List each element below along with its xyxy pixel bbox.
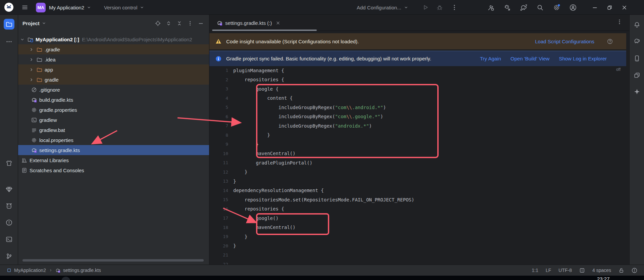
code-line-8[interactable]: 8 } (209, 131, 629, 140)
line-number: 14 (209, 188, 233, 193)
code-line-6[interactable]: 6 includeGroupByRegex("com\\.google.*") (209, 112, 629, 122)
code-line-21[interactable]: 21 (209, 250, 629, 260)
inspection-status-icon[interactable] (632, 268, 637, 273)
profiler-button[interactable] (502, 3, 512, 12)
breadcrumb-project[interactable]: MyApplication2 (14, 268, 46, 273)
chevron-right-icon[interactable] (29, 77, 34, 82)
running-devices-button[interactable] (632, 53, 642, 64)
debug-button[interactable] (435, 3, 444, 12)
tree-item-scratches-and-consoles[interactable]: Scratches and Consoles (18, 165, 209, 175)
collapse-all-button[interactable] (177, 20, 182, 26)
tree-item-myapplication2[interactable]: MyApplication2 [:]E:\Android\AndroidStud… (18, 34, 209, 44)
tree-item-gradle-properties[interactable]: gradle.properties (18, 105, 209, 115)
tree-item-app[interactable]: app (18, 64, 209, 75)
more-actions-button[interactable] (450, 3, 459, 12)
project-panel-title[interactable]: Project (22, 20, 40, 26)
minimize-button[interactable] (589, 0, 600, 15)
build-button[interactable] (486, 3, 495, 12)
help-icon[interactable] (607, 39, 613, 44)
tree-item-idea[interactable]: .idea (18, 54, 209, 64)
select-opened-file-button[interactable] (155, 20, 161, 26)
project-avatar[interactable]: MA (36, 3, 46, 12)
banner-action-try-again[interactable]: Try Again (480, 56, 501, 61)
tree-item-gradle[interactable]: .gradle (18, 44, 209, 54)
code-line-1[interactable]: 1pluginManagement { (209, 66, 629, 75)
tree-item-gitignore[interactable]: .gitignore (18, 85, 209, 95)
write-access-icon[interactable] (618, 268, 624, 273)
notifications-button[interactable] (632, 19, 642, 30)
project-tool-button[interactable] (4, 19, 14, 30)
code-line-17[interactable]: 17 google() (209, 214, 629, 223)
line-separator[interactable]: LF (546, 268, 551, 273)
tab-settings-gradle-kts[interactable]: K settings.gradle.kts (:) (213, 15, 284, 31)
main-menu-icon[interactable] (20, 3, 30, 12)
sync-project-button[interactable] (519, 3, 528, 12)
code-line-20[interactable]: 20} (209, 241, 629, 251)
gemini-button[interactable] (632, 86, 642, 97)
gradle-tool-button[interactable] (632, 36, 642, 46)
highlighting-widget[interactable]: off (616, 67, 621, 72)
hide-panel-button[interactable] (198, 20, 204, 26)
code-line-5[interactable]: 5 includeGroupByRegex("com\\.android.*") (209, 103, 629, 112)
code-line-10[interactable]: 10 mavenCentral() (209, 149, 629, 158)
tree-item-build-gradle-kts[interactable]: Kbuild.gradle.kts (18, 95, 209, 105)
code-line-19[interactable]: 19 } (209, 232, 629, 241)
line-number: 19 (209, 234, 233, 239)
chevron-right-icon[interactable] (29, 47, 34, 52)
account-button[interactable] (568, 3, 578, 12)
code-line-11[interactable]: 11 gradlePluginPortal() (209, 158, 629, 168)
code-line-13[interactable]: 13} (209, 177, 629, 186)
tab-options-icon[interactable] (616, 19, 623, 25)
tree-item-gradlew[interactable]: gradlew (18, 115, 209, 125)
panel-options-button[interactable] (187, 20, 193, 26)
chevron-down-icon[interactable] (20, 37, 25, 42)
banner-action-show-log-in-explorer[interactable]: Show Log in Explorer (559, 56, 607, 61)
device-explorer-button[interactable] (4, 158, 14, 169)
code-line-15[interactable]: 15 repositoriesMode.set(RepositoriesMode… (209, 195, 629, 204)
close-icon[interactable] (276, 21, 280, 25)
run-button[interactable] (421, 3, 430, 12)
code-line-16[interactable]: 16 repositories { (209, 204, 629, 214)
expand-all-button[interactable] (166, 20, 171, 26)
editor-notification-icon[interactable] (579, 268, 585, 273)
banner-action-load-script-configurations[interactable]: Load Script Configurations (535, 39, 594, 44)
search-everywhere-button[interactable] (535, 3, 545, 12)
breadcrumb-file[interactable]: settings.gradle.kts (63, 268, 101, 273)
banner-action-open-build-view[interactable]: Open 'Build' View (510, 56, 549, 61)
vcs-selector[interactable]: Version control (104, 0, 144, 15)
restore-button[interactable] (604, 0, 615, 15)
editor-banners: Code insight unavailable (Script Configu… (209, 31, 629, 66)
code-line-14[interactable]: 14dependencyResolutionManagement { (209, 186, 629, 195)
version-control-button[interactable] (4, 251, 14, 262)
settings-button[interactable] (552, 3, 561, 12)
code-editor[interactable]: 1pluginManagement {2 repositories {3 goo… (209, 66, 629, 265)
close-button[interactable] (619, 0, 630, 15)
project-selector[interactable]: My Application2 (49, 0, 91, 15)
file-encoding[interactable]: UTF-8 (558, 268, 572, 273)
tree-item-local-properties[interactable]: local.properties (18, 135, 209, 145)
tree-item-settings-gradle-kts[interactable]: Ksettings.gradle.kts (18, 145, 209, 155)
code-line-18[interactable]: 18 mavenCentral() (209, 223, 629, 232)
indent-setting[interactable]: 4 spaces (592, 268, 611, 273)
code-line-3[interactable]: 3 google { (209, 84, 629, 94)
code-line-2[interactable]: 2 repositories { (209, 75, 629, 85)
tree-item-external-libraries[interactable]: External Libraries (18, 155, 209, 165)
terminal-button[interactable] (4, 234, 14, 245)
more-tool-windows-button[interactable] (4, 36, 14, 47)
chevron-right-icon[interactable] (29, 67, 34, 72)
tree-item-gradle[interactable]: gradle (18, 75, 209, 85)
horizontal-scrollbar[interactable] (22, 259, 204, 262)
code-line-12[interactable]: 12 } (209, 168, 629, 177)
code-line-22[interactable]: 22 (209, 260, 629, 265)
code-line-4[interactable]: 4 content { (209, 94, 629, 103)
problems-button[interactable] (4, 217, 14, 228)
app-quality-insights-button[interactable] (4, 184, 14, 195)
build-variants-button[interactable] (632, 70, 642, 81)
chevron-right-icon[interactable] (29, 57, 34, 62)
caret-position[interactable]: 1:1 (532, 268, 538, 273)
code-line-7[interactable]: 7 includeGroupByRegex("androidx.*") (209, 121, 629, 131)
tree-item-gradlew-bat[interactable]: gradlew.bat (18, 125, 209, 135)
code-line-9[interactable]: 9 } (209, 140, 629, 149)
logcat-button[interactable] (4, 201, 14, 212)
run-configuration-selector[interactable]: Add Configuration... (357, 0, 408, 15)
